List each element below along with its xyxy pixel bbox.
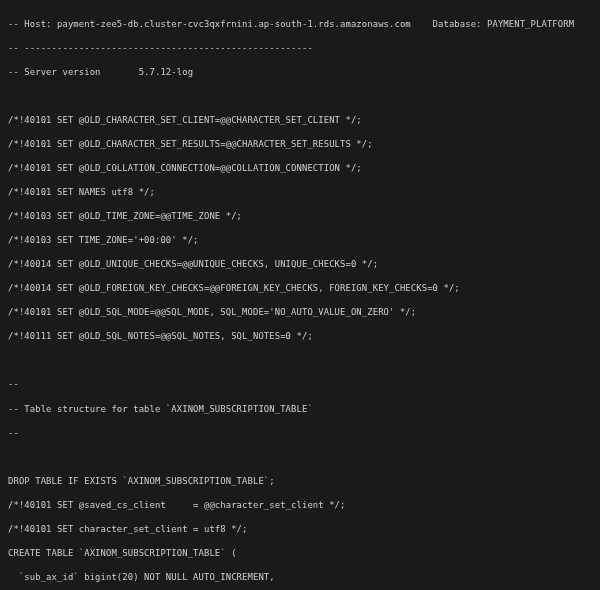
sql-line: CREATE TABLE `AXINOM_SUBSCRIPTION_TABLE`… <box>8 547 592 559</box>
terminal-output: -- Host: payment-zee5-db.cluster-cvc3qxf… <box>0 0 600 590</box>
table-comment-line: -- <box>8 378 592 390</box>
set-line: /*!40103 SET TIME_ZONE='+00:00' */; <box>8 234 592 246</box>
server-version-line: -- Server version 5.7.12-log <box>8 66 592 78</box>
set-line: /*!40101 SET @OLD_CHARACTER_SET_RESULTS=… <box>8 138 592 150</box>
set-line: /*!40111 SET @OLD_SQL_NOTES=@@SQL_NOTES,… <box>8 330 592 342</box>
table-comment-line: -- Table structure for table `AXINOM_SUB… <box>8 403 592 415</box>
set-line: /*!40101 SET @OLD_COLLATION_CONNECTION=@… <box>8 162 592 174</box>
sql-line: `sub_ax_id` bigint(20) NOT NULL AUTO_INC… <box>8 571 592 583</box>
blank-line <box>8 451 592 463</box>
divider-line: -- -------------------------------------… <box>8 42 592 54</box>
set-line: /*!40014 SET @OLD_UNIQUE_CHECKS=@@UNIQUE… <box>8 258 592 270</box>
blank-line <box>8 90 592 102</box>
set-line: /*!40014 SET @OLD_FOREIGN_KEY_CHECKS=@@F… <box>8 282 592 294</box>
sql-line: /*!40101 SET character_set_client = utf8… <box>8 523 592 535</box>
host-line: -- Host: payment-zee5-db.cluster-cvc3qxf… <box>8 18 592 30</box>
table-comment-line: -- <box>8 427 592 439</box>
sql-line: DROP TABLE IF EXISTS `AXINOM_SUBSCRIPTIO… <box>8 475 592 487</box>
sql-line: /*!40101 SET @saved_cs_client = @@charac… <box>8 499 592 511</box>
set-line: /*!40101 SET @OLD_CHARACTER_SET_CLIENT=@… <box>8 114 592 126</box>
set-line: /*!40101 SET NAMES utf8 */; <box>8 186 592 198</box>
set-line: /*!40103 SET @OLD_TIME_ZONE=@@TIME_ZONE … <box>8 210 592 222</box>
set-line: /*!40101 SET @OLD_SQL_MODE=@@SQL_MODE, S… <box>8 306 592 318</box>
blank-line <box>8 354 592 366</box>
